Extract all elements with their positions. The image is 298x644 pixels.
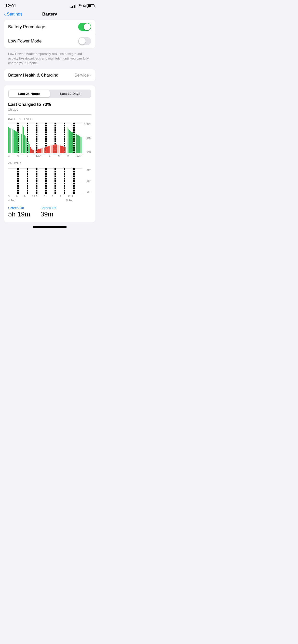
segment-10d[interactable]: Last 10 Days — [50, 90, 91, 97]
chevron-right-icon: › — [90, 73, 91, 78]
x-label-9pm: 9 — [67, 154, 69, 157]
screen-off-time: 39m — [40, 210, 56, 218]
segment-24h[interactable]: Last 24 Hours — [9, 90, 50, 97]
date-5feb: 5 Feb — [66, 199, 73, 202]
activity-bars — [8, 168, 82, 194]
screen-usage: Screen On 5h 19m Screen Off 39m — [8, 206, 91, 218]
x-label-12am: 12 A — [36, 154, 41, 157]
battery-x-labels: 3 6 9 12 A 3 6 9 12 P — [8, 154, 82, 157]
status-time: 12:01 — [5, 4, 16, 9]
screen-on-item: Screen On 5h 19m — [8, 206, 30, 218]
activity-label: ACTIVITY — [8, 161, 91, 164]
x-label-9am: 9 — [26, 154, 28, 157]
battery-health-row[interactable]: Battery Health & Charging Service › — [4, 69, 95, 81]
y-label-100: 100% — [84, 123, 91, 126]
status-bar: 12:01 60 — [0, 0, 99, 11]
low-power-mode-label: Low Power Mode — [8, 39, 42, 44]
x-label-12pm: 12 P — [76, 154, 82, 157]
main-content: Battery Percentage Low Power Mode Low Po… — [0, 20, 99, 222]
toggles-card: Battery Percentage Low Power Mode — [4, 20, 95, 48]
battery-y-labels: 100% 50% 0% — [84, 123, 91, 153]
battery-percentage-toggle[interactable] — [78, 23, 91, 31]
status-icons: 60 — [71, 4, 94, 8]
time-segment-control[interactable]: Last 24 Hours Last 10 Days — [8, 90, 91, 98]
battery-health-label: Battery Health & Charging — [8, 73, 59, 78]
activity-x-time-labels: 3 6 9 12 A 3 6 9 12 P — [8, 195, 73, 198]
activity-x-labels: 3 6 9 12 A 3 6 9 12 P 4 Feb 5 Feb — [8, 195, 82, 202]
act-y-60: 60m — [86, 168, 91, 171]
screen-on-label: Screen On — [8, 206, 30, 210]
battery-bars — [8, 123, 82, 153]
page-title: Battery — [42, 12, 57, 17]
battery-percentage-label: Battery Percentage — [8, 24, 45, 30]
low-power-description: Low Power Mode temporarily reduces backg… — [4, 50, 95, 69]
battery-status-icon: 60 — [83, 4, 94, 8]
x-label-6pm: 6 — [58, 154, 60, 157]
home-indicator — [0, 224, 99, 229]
battery-chart: 100% 50% 0% — [8, 123, 91, 153]
service-text: Service — [74, 73, 89, 78]
battery-health-card[interactable]: Battery Health & Charging Service › — [4, 69, 95, 81]
charge-info: Last Charged to 73% 1h ago — [8, 102, 91, 111]
battery-level-label: BATTERY LEVEL — [8, 118, 91, 121]
act-y-30: 30m — [86, 180, 91, 183]
x-label-3am: 3 — [8, 154, 10, 157]
chart-card: Last 24 Hours Last 10 Days Last Charged … — [4, 85, 95, 223]
chevron-left-icon: ‹ — [4, 12, 6, 17]
low-power-mode-toggle[interactable] — [78, 37, 91, 45]
back-label: Settings — [7, 12, 22, 17]
activity-section: ACTIVITY — [8, 161, 91, 202]
wifi-icon — [78, 4, 82, 8]
nav-bar: ‹ Settings Battery — [0, 11, 99, 20]
battery-percentage-row: Battery Percentage — [4, 20, 95, 34]
battery-level-section: BATTERY LEVEL — [8, 118, 91, 157]
low-power-mode-row: Low Power Mode — [4, 34, 95, 48]
charge-title: Last Charged to 73% — [8, 102, 91, 107]
signal-icon — [71, 5, 76, 8]
screen-off-item: Screen Off 39m — [40, 206, 56, 218]
divider — [8, 114, 91, 115]
charge-subtitle: 1h ago — [8, 108, 91, 111]
x-label-6am: 6 — [17, 154, 19, 157]
y-label-0: 0% — [87, 150, 91, 153]
x-label-3pm: 3 — [49, 154, 50, 157]
screen-off-label: Screen Off — [40, 206, 56, 210]
date-row: 4 Feb 5 Feb — [8, 199, 73, 202]
act-y-0: 0m — [87, 191, 91, 194]
back-button[interactable]: ‹ Settings — [4, 12, 22, 17]
battery-health-right: Service › — [74, 73, 91, 78]
home-bar — [33, 226, 67, 228]
y-label-50: 50% — [86, 136, 91, 139]
screen-on-time: 5h 19m — [8, 210, 30, 218]
date-4feb: 4 Feb — [8, 199, 15, 202]
activity-y-labels: 60m 30m 0m — [86, 168, 91, 194]
activity-chart: 60m 30m 0m — [8, 168, 91, 194]
